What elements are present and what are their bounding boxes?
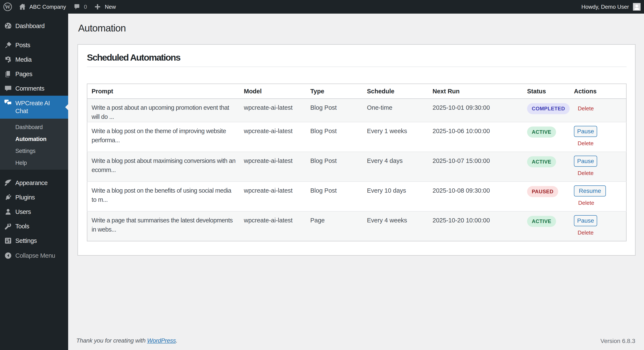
svg-text:W: W [5,3,11,10]
